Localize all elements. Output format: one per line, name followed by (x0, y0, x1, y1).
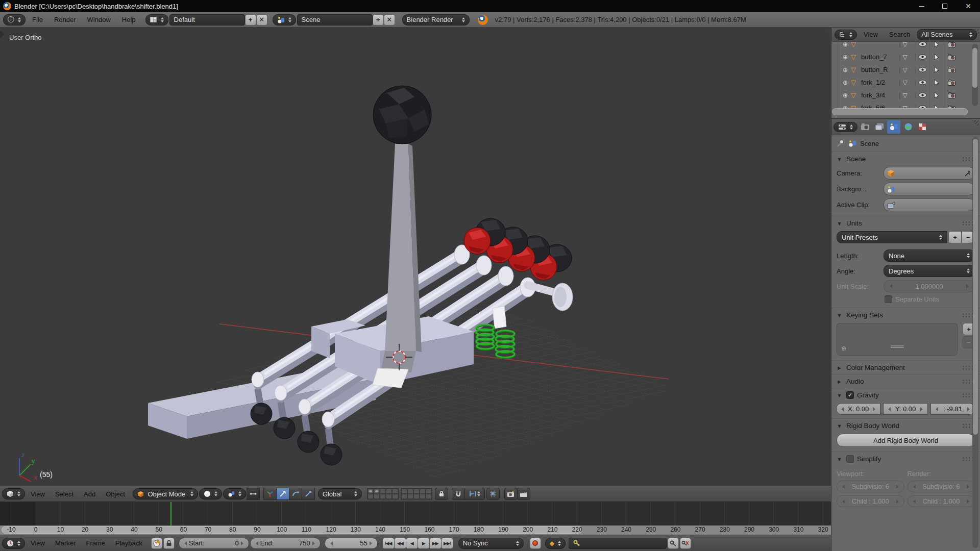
pin-icon[interactable] (837, 139, 845, 147)
gravity-checkbox[interactable]: ✓ (846, 391, 854, 399)
scene-name-field[interactable]: Scene (297, 14, 373, 26)
active-keying-set-field[interactable] (569, 538, 667, 549)
tab-world[interactable] (901, 120, 915, 134)
jump-to-start-button[interactable]: I◀◀ (382, 538, 395, 549)
selectability-toggle[interactable] (930, 76, 944, 89)
delete-keyframe-button[interactable] (680, 538, 691, 549)
active-clip-field[interactable] (884, 198, 975, 211)
outliner-vscrollbar[interactable] (972, 44, 978, 106)
properties-resize-grip[interactable] (972, 120, 979, 128)
3d-viewport[interactable]: User Ortho z y x (55) (0, 28, 831, 486)
add-layout-button[interactable]: + (245, 14, 256, 26)
outliner-hscrollbar[interactable] (832, 108, 968, 115)
list-filter-icon[interactable]: ⊕ (841, 345, 846, 352)
renderability-toggle[interactable] (944, 63, 959, 76)
scene-selector[interactable] (273, 14, 296, 26)
color-management-panel-header[interactable]: ► Color Management (831, 360, 980, 374)
rotate-manipulator-button[interactable] (289, 488, 302, 500)
menu-view-3d[interactable]: View (26, 490, 50, 498)
camera-id-field[interactable] (884, 167, 975, 180)
menu-window[interactable]: Window (83, 16, 115, 23)
menu-view-outliner[interactable]: View (859, 31, 883, 38)
gravity-y-field[interactable]: Y: 0.00 (883, 403, 927, 415)
timeline-scroll-handle[interactable] (2, 526, 582, 534)
mode-selector[interactable]: Object Mode (133, 488, 198, 499)
object-name[interactable]: fork_1/2 (861, 79, 899, 86)
manipulator-toggle[interactable] (263, 488, 277, 500)
add-preset-button[interactable]: + (948, 231, 962, 243)
rigid-body-panel-header[interactable]: ▼ Rigid Body World (831, 418, 980, 432)
tab-scene[interactable] (887, 120, 900, 134)
expand-icon[interactable]: ⊕ (843, 41, 851, 48)
properties-context-selector[interactable] (834, 122, 857, 132)
opengl-render-button[interactable] (504, 488, 518, 500)
snap-element-selector[interactable] (464, 488, 485, 500)
gravity-x-field[interactable]: X: 0.00 (836, 403, 880, 415)
editor-type-selector[interactable]: ⓘ (3, 14, 26, 26)
outliner-item[interactable]: ⊕ ▽ fork_3/4 | ▽ (831, 89, 980, 102)
insert-keyframe-button[interactable] (668, 538, 679, 549)
renderability-toggle[interactable] (944, 51, 959, 63)
maximize-button[interactable] (933, 0, 957, 12)
menu-frame[interactable]: Frame (81, 539, 110, 547)
show-seconds-button[interactable] (151, 538, 162, 549)
lock-to-scene-button[interactable] (435, 488, 448, 500)
length-selector[interactable]: None (884, 249, 975, 262)
area-collapse-arrow[interactable] (0, 31, 8, 38)
previous-keyframe-button[interactable]: ◀◀ (394, 538, 406, 549)
render-engine-selector[interactable]: Blender Render (402, 14, 470, 26)
unit-presets-selector[interactable]: Unit Presets (837, 231, 947, 243)
layer-buttons[interactable] (367, 488, 434, 499)
selectability-toggle[interactable] (930, 38, 944, 51)
add-scene-button[interactable]: + (373, 14, 384, 26)
renderability-toggle[interactable] (944, 38, 959, 51)
tab-render-layers[interactable] (873, 120, 886, 134)
screen-layout-selector[interactable] (145, 14, 168, 26)
object-name[interactable]: button_R (861, 66, 899, 73)
visibility-toggle[interactable] (916, 63, 930, 76)
keying-sets-list[interactable]: ⊕ (837, 323, 958, 356)
sync-mode-selector[interactable]: No Sync (458, 538, 524, 549)
visibility-toggle[interactable] (916, 38, 930, 51)
object-name[interactable]: button_7 (861, 53, 899, 61)
menu-marker[interactable]: Marker (51, 539, 80, 547)
selectability-toggle[interactable] (930, 89, 944, 102)
current-frame-field[interactable]: 55 (325, 538, 378, 549)
background-scene-field[interactable] (884, 183, 975, 195)
manipulate-center-points-toggle[interactable] (247, 488, 260, 500)
menu-add[interactable]: Add (79, 490, 100, 498)
editor-type-selector-3d[interactable] (2, 488, 25, 499)
expand-icon[interactable]: ⊕ (843, 92, 851, 99)
angle-selector[interactable]: Degrees (884, 265, 975, 277)
viewport-shading-selector[interactable] (199, 488, 222, 499)
renderability-toggle[interactable] (944, 76, 959, 89)
simplify-checkbox[interactable] (846, 455, 854, 463)
delete-scene-button[interactable]: ✕ (384, 14, 395, 26)
scene-panel-header[interactable]: ▼ Scene (831, 152, 980, 165)
outliner-item[interactable]: ⊕ ▽ button_R | ▽ (831, 63, 980, 76)
tab-render[interactable] (859, 120, 872, 134)
snap-toggle-button[interactable] (452, 488, 465, 500)
scale-manipulator-button[interactable] (302, 488, 315, 500)
menu-view-timeline[interactable]: View (26, 539, 50, 547)
menu-help[interactable]: Help (117, 16, 140, 23)
jump-to-end-button[interactable]: ▶▶I (441, 538, 453, 549)
menu-render[interactable]: Render (50, 16, 81, 23)
delete-layout-button[interactable]: ✕ (256, 14, 267, 26)
add-rigid-body-world-button[interactable]: Add Rigid Body World (837, 434, 975, 447)
visibility-toggle[interactable] (916, 89, 930, 102)
keying-set-type-selector[interactable]: ◆ (545, 538, 566, 549)
auto-keyframe-button[interactable] (530, 538, 541, 549)
renderability-toggle[interactable] (944, 89, 959, 102)
menu-playback[interactable]: Playback (111, 539, 147, 547)
selectability-toggle[interactable] (930, 63, 944, 76)
gravity-z-field[interactable]: : -9.81 (930, 403, 975, 415)
menu-object[interactable]: Object (101, 490, 130, 498)
layout-name-field[interactable]: Default (169, 14, 245, 26)
proportional-edit-selector[interactable] (486, 488, 500, 500)
timeline-scrollbar[interactable]: -100102030405060708090100110120130140150… (0, 525, 831, 535)
expand-icon[interactable]: ⊕ (843, 54, 851, 61)
expand-icon[interactable]: ⊕ (843, 66, 851, 73)
minimize-button[interactable] (910, 0, 933, 12)
expand-icon[interactable]: ⊕ (843, 79, 851, 86)
